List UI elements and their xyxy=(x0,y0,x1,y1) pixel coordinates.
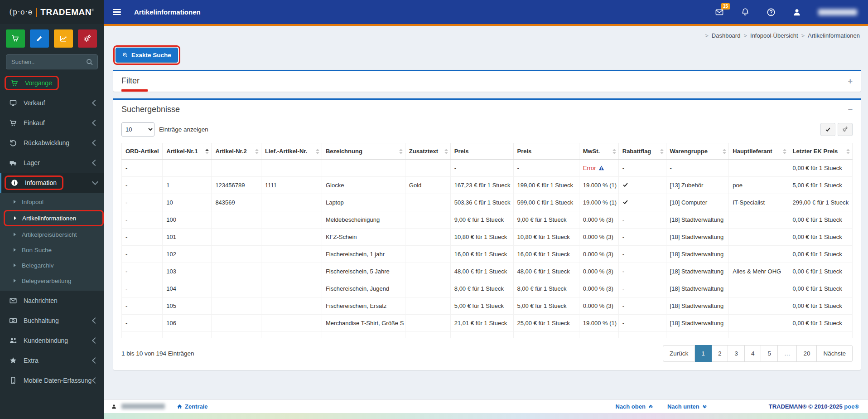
exact-search-button[interactable]: Exakte Suche xyxy=(116,48,178,63)
sidebar-item-label: Lager xyxy=(24,159,40,166)
table-row[interactable]: -11234567891111GlockeGold167,23 € für 1 … xyxy=(122,177,853,194)
table-cell: 0,00 € für 1 Stueck xyxy=(789,160,852,177)
expand-icon[interactable]: + xyxy=(848,76,853,85)
page-button-zur-ck[interactable]: Zurück xyxy=(663,345,695,362)
sidebar-item-kundenbindung[interactable]: Kundenbindung xyxy=(0,331,104,351)
apply-columns-button[interactable] xyxy=(820,123,835,136)
sidebar-subitem-belegarchiv[interactable]: Belegarchiv xyxy=(0,258,104,273)
sort-arrows-icon xyxy=(255,149,259,154)
sidebar-item-information[interactable]: Information xyxy=(0,173,104,193)
sidebar-item-label: Verkauf xyxy=(24,99,45,107)
table-cell: 105 xyxy=(163,297,212,315)
check-icon xyxy=(622,182,628,189)
table-row[interactable]: -103Fischereischein, 5 Jahre48,00 € für … xyxy=(122,263,853,280)
page-button-2[interactable]: 2 xyxy=(712,345,728,362)
column-header-rabattflag[interactable]: Rabattflag xyxy=(618,143,666,160)
breadcrumb-item-infopool-bersicht[interactable]: Infopool-Übersicht xyxy=(750,32,798,39)
breadcrumb-item-artikelinformationen[interactable]: Artikelinformationen xyxy=(808,32,860,39)
table-row[interactable]: -100Meldebescheinigung9,00 € für 1 Stuec… xyxy=(122,211,853,229)
sidebar-item-einkauf[interactable]: Einkauf xyxy=(0,113,104,133)
sales-tile-button[interactable] xyxy=(6,29,25,48)
sidebar-item-label: Rückabwicklung xyxy=(24,139,69,146)
page-button-20[interactable]: 20 xyxy=(797,345,817,362)
help-icon[interactable] xyxy=(767,8,776,17)
table-row[interactable]: -104Fischereischein, Jugend8,00 € für 1 … xyxy=(122,280,853,297)
column-header-artikel-nr-2[interactable]: Artikel-Nr.2 xyxy=(212,143,261,160)
table-cell: 0.000 % (3) xyxy=(579,297,618,315)
table-row[interactable]: -105Fischereischein, Ersatz5,00 € für 1 … xyxy=(122,297,853,315)
column-header-mwst[interactable]: MwSt. xyxy=(579,143,618,160)
sidebar-subitem-artikelinformationen[interactable]: Artikelinformationen xyxy=(4,210,104,226)
sidebar-item-label: Einkauf xyxy=(24,119,45,127)
breadcrumb-separator: > xyxy=(743,32,747,39)
copyright: TRADEMAN® © 2010-2025 poe® xyxy=(769,403,859,410)
table-settings-button[interactable] xyxy=(838,123,853,136)
page-button-5[interactable]: 5 xyxy=(761,345,778,362)
scroll-bottom-link[interactable]: Nach unten xyxy=(667,403,708,410)
settings-tile-button[interactable] xyxy=(78,29,97,48)
table-cell: 19.000 % (1) xyxy=(579,177,618,194)
column-header-artikel-nr-1[interactable]: Artikel-Nr.1 xyxy=(163,143,212,160)
column-header-preis: Preis xyxy=(513,143,579,160)
table-footer: 1 bis 10 von 194 Einträgen Zurück12345…2… xyxy=(121,345,853,362)
page-button-1[interactable]: 1 xyxy=(695,345,712,362)
information-submenu: InfopoolArtikelinformationenArtikelpreis… xyxy=(0,193,104,291)
sidebar-item-lager[interactable]: Lager xyxy=(0,153,104,173)
table-cell: 25,00 € für 1 Stueck xyxy=(513,315,579,332)
table-cell: 0.000 % (3) xyxy=(579,229,618,246)
table-row[interactable]: -102Fischereischein, 1 jahr16,00 € für 1… xyxy=(122,246,853,263)
sidebar-item-extra[interactable]: Extra xyxy=(0,351,104,370)
collapse-icon[interactable]: − xyxy=(848,105,853,114)
breadcrumb-item-dashboard[interactable]: Dashboard xyxy=(712,32,741,39)
table-row[interactable]: -101KFZ-Schein10,80 € für 1 Stueck10,80 … xyxy=(122,229,853,246)
mobile-icon xyxy=(8,376,18,385)
sidebar-subitem-belegverarbeitung[interactable]: Belegverarbeitung xyxy=(0,273,104,288)
sidebar-subitem-bon-suche[interactable]: Bon Suche xyxy=(0,242,104,258)
sidebar-item-label: Information xyxy=(25,179,57,186)
filter-panel: Filter + xyxy=(113,70,861,92)
sidebar-item-r-ckabwicklung[interactable]: Rückabwicklung xyxy=(0,133,104,153)
user-icon[interactable] xyxy=(792,8,801,17)
page-button-3[interactable]: 3 xyxy=(728,345,745,362)
column-header-letzter-ek-preis[interactable]: Letzter EK Preis xyxy=(789,143,852,160)
column-header-warengruppe[interactable]: Warengruppe xyxy=(666,143,729,160)
edit-tile-button[interactable] xyxy=(30,29,49,48)
table-cell: - xyxy=(618,297,666,315)
table-cell xyxy=(729,229,789,246)
table-cell: 48,00 € für 1 Stueck xyxy=(450,263,513,280)
column-header-bezeichnung[interactable]: Bezeichnung xyxy=(322,143,405,160)
sidebar-subitem-artikelpreis-bersicht[interactable]: Artikelpreisübersicht xyxy=(0,227,104,242)
hamburger-menu-icon[interactable] xyxy=(112,7,122,17)
table-cell: Meldebescheinigung xyxy=(322,211,405,229)
users-icon xyxy=(8,336,18,345)
search-icon[interactable] xyxy=(86,58,94,66)
page-size-select[interactable]: 10 xyxy=(121,122,154,136)
sidebar-item-mobile-daten-erfassung[interactable]: Mobile Daten-Erfassung xyxy=(0,370,104,390)
statistics-tile-button[interactable] xyxy=(54,29,73,48)
sidebar-subitem-infopool[interactable]: Infopool xyxy=(0,194,104,210)
column-header-zusatztext[interactable]: Zusatztext xyxy=(405,143,450,160)
table-row[interactable]: ---Error--0,00 € für 1 Stueck xyxy=(122,160,853,177)
table-row[interactable]: -10843569Laptop503,36 € für 1 Stueck599,… xyxy=(122,194,853,211)
table-cell: - xyxy=(122,194,163,211)
mail-icon[interactable]: 15 xyxy=(715,8,724,17)
scroll-top-link[interactable]: Nach oben xyxy=(615,403,653,410)
table-cell: - xyxy=(618,315,666,332)
sidebar-item-verkauf[interactable]: Verkauf xyxy=(0,93,104,113)
zentrale-link[interactable]: Zentrale xyxy=(177,403,208,410)
sort-arrows-icon xyxy=(444,149,448,154)
table-cell: Gold xyxy=(405,177,450,194)
sidebar-item-nachrichten[interactable]: Nachrichten xyxy=(0,291,104,311)
column-header-lief-artikel-nr[interactable]: Lief.-Artikel-Nr. xyxy=(261,143,322,160)
page-button-4[interactable]: 4 xyxy=(745,345,762,362)
sidebar-item-buchhaltung[interactable]: Buchhaltung xyxy=(0,311,104,331)
sidebar-item-vorg-nge[interactable]: Vorgänge xyxy=(0,74,104,92)
check-icon xyxy=(622,200,628,206)
sidebar-search-input[interactable] xyxy=(6,54,98,69)
table-row[interactable]: -106Merchandise T-Shirt, Größe S21,01 € … xyxy=(122,315,853,332)
table-cell: 0.000 % (3) xyxy=(579,246,618,263)
table-cell: 21,01 € für 1 Stueck xyxy=(450,315,513,332)
bell-icon[interactable] xyxy=(741,8,750,17)
column-header-hauptlieferant[interactable]: Hauptlieferant xyxy=(729,143,789,160)
page-button-n-chste[interactable]: Nächste xyxy=(817,345,853,362)
